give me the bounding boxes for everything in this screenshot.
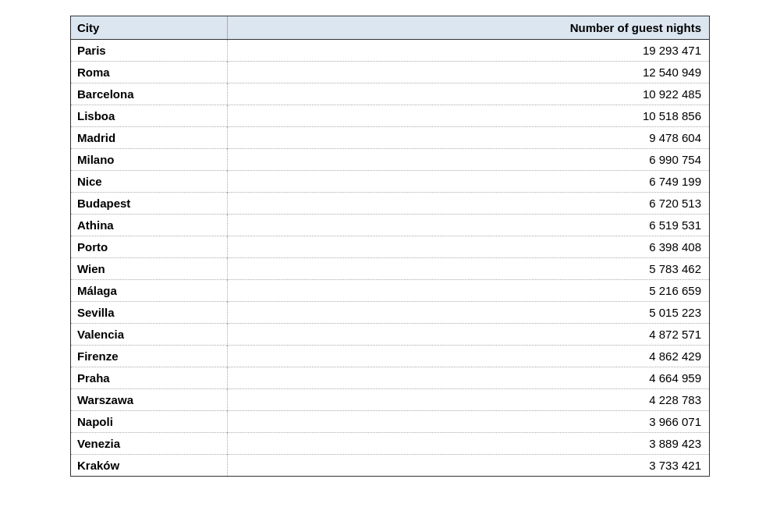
table-row: Budapest6 720 513 bbox=[71, 193, 709, 215]
table-row: Lisboa10 518 856 bbox=[71, 105, 709, 127]
nights-cell: 4 872 571 bbox=[227, 324, 709, 346]
city-cell: Madrid bbox=[71, 127, 227, 149]
city-cell: Roma bbox=[71, 62, 227, 83]
city-cell: Wien bbox=[71, 258, 227, 280]
nights-cell: 10 518 856 bbox=[227, 105, 709, 127]
nights-cell: 6 398 408 bbox=[227, 236, 709, 258]
table-row: Wien5 783 462 bbox=[71, 258, 709, 280]
nights-cell: 6 519 531 bbox=[227, 215, 709, 236]
nights-cell: 5 216 659 bbox=[227, 280, 709, 302]
city-cell: Napoli bbox=[71, 411, 227, 433]
nights-cell: 10 922 485 bbox=[227, 83, 709, 105]
nights-cell: 12 540 949 bbox=[227, 62, 709, 83]
city-cell: Praha bbox=[71, 367, 227, 389]
nights-cell: 6 749 199 bbox=[227, 171, 709, 193]
city-cell: Milano bbox=[71, 149, 227, 171]
nights-cell: 3 966 071 bbox=[227, 411, 709, 433]
nights-cell: 6 720 513 bbox=[227, 193, 709, 215]
city-cell: Athina bbox=[71, 215, 227, 236]
city-cell: Paris bbox=[71, 40, 227, 62]
table-row: Madrid9 478 604 bbox=[71, 127, 709, 149]
table-row: Roma12 540 949 bbox=[71, 62, 709, 83]
table-row: Kraków3 733 421 bbox=[71, 455, 709, 477]
table-row: Milano6 990 754 bbox=[71, 149, 709, 171]
table-row: Napoli3 966 071 bbox=[71, 411, 709, 433]
guest-nights-table: City Number of guest nights Paris19 293 … bbox=[71, 16, 709, 476]
table-row: Venezia3 889 423 bbox=[71, 433, 709, 455]
table-row: Praha4 664 959 bbox=[71, 367, 709, 389]
city-cell: Venezia bbox=[71, 433, 227, 455]
table-header-row: City Number of guest nights bbox=[71, 16, 709, 40]
city-cell: Porto bbox=[71, 236, 227, 258]
city-cell: Kraków bbox=[71, 455, 227, 477]
table-row: Porto6 398 408 bbox=[71, 236, 709, 258]
nights-cell: 5 783 462 bbox=[227, 258, 709, 280]
table-row: Paris19 293 471 bbox=[71, 40, 709, 62]
table-row: Warszawa4 228 783 bbox=[71, 389, 709, 411]
header-city: City bbox=[71, 16, 227, 40]
nights-cell: 4 862 429 bbox=[227, 346, 709, 367]
nights-cell: 19 293 471 bbox=[227, 40, 709, 62]
nights-cell: 3 889 423 bbox=[227, 433, 709, 455]
city-cell: Nice bbox=[71, 171, 227, 193]
city-cell: Valencia bbox=[71, 324, 227, 346]
city-cell: Budapest bbox=[71, 193, 227, 215]
nights-cell: 9 478 604 bbox=[227, 127, 709, 149]
nights-cell: 3 733 421 bbox=[227, 455, 709, 477]
header-nights: Number of guest nights bbox=[227, 16, 709, 40]
city-cell: Málaga bbox=[71, 280, 227, 302]
table-row: Nice6 749 199 bbox=[71, 171, 709, 193]
nights-cell: 6 990 754 bbox=[227, 149, 709, 171]
city-cell: Sevilla bbox=[71, 302, 227, 324]
table-row: Barcelona10 922 485 bbox=[71, 83, 709, 105]
nights-cell: 5 015 223 bbox=[227, 302, 709, 324]
city-cell: Lisboa bbox=[71, 105, 227, 127]
main-table-container: City Number of guest nights Paris19 293 … bbox=[70, 16, 710, 477]
nights-cell: 4 228 783 bbox=[227, 389, 709, 411]
table-row: Firenze4 862 429 bbox=[71, 346, 709, 367]
city-cell: Barcelona bbox=[71, 83, 227, 105]
table-row: Sevilla5 015 223 bbox=[71, 302, 709, 324]
nights-cell: 4 664 959 bbox=[227, 367, 709, 389]
table-row: Athina6 519 531 bbox=[71, 215, 709, 236]
city-cell: Warszawa bbox=[71, 389, 227, 411]
table-row: Málaga5 216 659 bbox=[71, 280, 709, 302]
city-cell: Firenze bbox=[71, 346, 227, 367]
table-row: Valencia4 872 571 bbox=[71, 324, 709, 346]
